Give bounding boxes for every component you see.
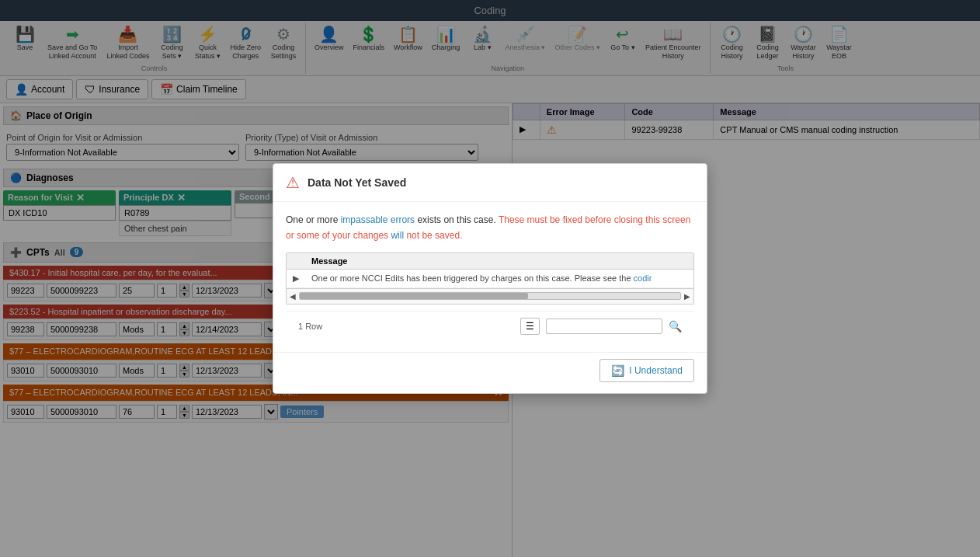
modal-warning-icon: ⚠ [286,173,300,192]
scroll-left-arrow[interactable]: ◀ [290,292,296,301]
modal-link-1: impassable errors [341,214,415,225]
modal-menu-button[interactable]: ☰ [520,318,540,335]
modal-action-area: 🔄 I Understand [273,352,707,393]
modal-footer-right: ☰ 🔍 [520,318,682,335]
modal-table-row: ▶ One or more NCCI Edits has been trigge… [287,269,693,287]
modal-header: ⚠ Data Not Yet Saved [273,164,707,202]
modal-overlay: ⚠ Data Not Yet Saved One or more impassa… [0,0,980,557]
modal-search-icon: 🔍 [669,320,682,332]
modal-title: Data Not Yet Saved [308,176,406,189]
modal-footer: 1 Row ☰ 🔍 [286,311,694,341]
modal-body: One or more impassable errors exists on … [273,202,707,351]
scroll-thumb [300,293,528,299]
modal-message: One or more impassable errors exists on … [286,213,694,242]
modal-col-expand [287,253,305,270]
modal-scrollbar: ◀ ▶ [287,288,693,304]
understand-spinner-icon: 🔄 [611,364,624,377]
modal-search-input[interactable] [546,319,662,334]
modal-table-wrap: Message ▶ One or more NCCI Edits has bee… [286,252,694,305]
modal-row-count: 1 Row [298,322,322,331]
modal-see-coding-link: codir [634,273,652,283]
modal-link-2: will [391,230,404,241]
modal-table: Message ▶ One or more NCCI Edits has bee… [287,253,693,288]
understand-label: I Understand [629,365,683,376]
data-not-saved-modal: ⚠ Data Not Yet Saved One or more impassa… [273,163,707,393]
modal-row-expand[interactable]: ▶ [287,269,305,287]
understand-button[interactable]: 🔄 I Understand [599,359,694,382]
modal-row-message: One or more NCCI Edits has been triggere… [305,269,693,287]
modal-col-message: Message [305,253,693,270]
scroll-track[interactable] [299,292,681,300]
scroll-right-arrow[interactable]: ▶ [684,292,690,301]
